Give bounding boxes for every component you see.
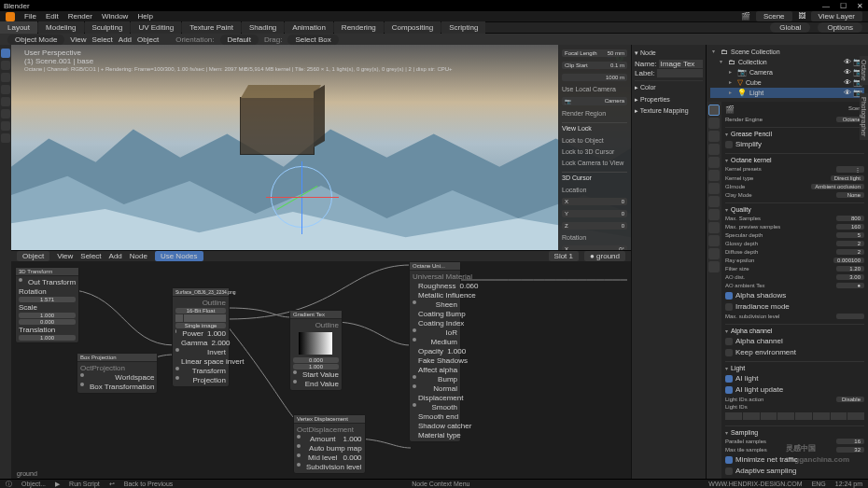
tool-annotate[interactable] [1, 121, 10, 131]
use-nodes-toggle[interactable]: Use Nodes [155, 251, 203, 261]
win-close-button[interactable]: ✕ [855, 2, 864, 10]
tab-compositing[interactable]: Compositing [385, 21, 441, 34]
nmenu-select[interactable]: Select [80, 252, 101, 260]
ailight-check[interactable]: AI light [725, 373, 864, 383]
proptab-output[interactable] [708, 118, 720, 129]
outliner-camera[interactable]: ▸📷Camera👁📷 [710, 67, 864, 77]
tool-rotate[interactable] [1, 85, 10, 94]
drag-selector[interactable]: Select Box [287, 35, 338, 45]
grease-pencil-section[interactable]: Grease Pencil [725, 130, 864, 138]
lock-object[interactable]: Lock to Object [562, 136, 627, 145]
tool-scale[interactable] [1, 97, 10, 106]
nmenu-add[interactable]: Add [109, 252, 122, 260]
cube-object[interactable] [240, 97, 315, 155]
tab-scripting[interactable]: Scripting [441, 21, 485, 34]
ao-tex[interactable]: ● [836, 283, 864, 288]
xform-rz-slider[interactable]: 0.000 [19, 319, 76, 325]
irradiance-check[interactable]: Irradiance mode [725, 301, 864, 312]
clay-mode[interactable]: None [836, 192, 864, 198]
tool-measure[interactable] [1, 133, 10, 143]
outliner-light[interactable]: ▸💡Light👁📷 [710, 88, 864, 98]
light-section[interactable]: Light [725, 364, 864, 372]
xform-scale-slider[interactable]: 1.000 [19, 313, 76, 318]
nmenu-view[interactable]: View [57, 252, 73, 260]
vmenu-add[interactable]: Add [119, 35, 132, 44]
lock-cursor[interactable]: Lock to 3D Cursor [562, 147, 627, 156]
nodeside-texmap[interactable]: ▸ Texture Mapping [635, 105, 703, 117]
cursor-y[interactable]: 0 [622, 211, 624, 216]
glossy-depth[interactable]: 2 [836, 241, 864, 246]
max-samples[interactable]: 800 [836, 216, 864, 221]
outliner-cube[interactable]: ▸▽Cube👁📷 [710, 77, 864, 88]
nodeside-header[interactable]: ▾ Node [635, 48, 703, 59]
nodeside-label-input[interactable] [657, 69, 703, 77]
max-tile-samples[interactable]: 32 [836, 447, 864, 453]
keep-env-check[interactable]: Keep environment [725, 347, 864, 357]
proptab-material[interactable] [708, 248, 720, 259]
menu-file[interactable]: File [24, 12, 36, 21]
node-image-texture[interactable]: Surface_OBJ6_23_2234.png Outline 16-Bit … [172, 287, 230, 387]
adaptive-check[interactable]: Adaptive sampling [725, 466, 864, 476]
menu-window[interactable]: Window [102, 12, 128, 21]
win-max-button[interactable]: ☐ [838, 2, 847, 10]
proptab-constraints[interactable] [708, 222, 720, 233]
nodeside-props[interactable]: ▸ Properties [635, 94, 703, 105]
xform-tr-slider[interactable]: 1.000 [19, 335, 76, 341]
nodeside-color[interactable]: ▸ Color [635, 80, 703, 94]
node-box-projection[interactable]: Box Projection OctProjection Worldspace … [77, 353, 158, 394]
node-object-mode[interactable]: Object [17, 251, 49, 261]
img-browse-icon[interactable] [175, 314, 183, 322]
focal-value[interactable]: 50 mm [608, 50, 624, 56]
alpha-shadows-check[interactable]: Alpha shadows [725, 290, 864, 300]
node-3d-transform[interactable]: 3D Transform Out Transform Rotation 1.57… [15, 267, 79, 343]
vis-icon[interactable]: 👁 [844, 57, 851, 67]
alpha-section[interactable]: Alpha channel [725, 327, 864, 335]
vtab-photographer[interactable]: Photographer [860, 93, 868, 140]
vmenu-object[interactable]: Object [137, 35, 159, 44]
quality-section[interactable]: Quality [725, 205, 864, 214]
tab-animation[interactable]: Animation [285, 21, 333, 34]
proptab-scene[interactable] [708, 144, 720, 155]
node-universal-material[interactable]: Octane Uni... Universal Material Roughne… [409, 261, 461, 442]
cursor-z[interactable]: 0 [622, 223, 624, 229]
node-vertex-displacement[interactable]: Vertex Displacement OctDisplacement Amou… [293, 414, 366, 474]
menu-edit[interactable]: Edit [46, 12, 59, 21]
orientation-selector[interactable]: Default [220, 35, 259, 45]
lock-camera[interactable]: Lock Camera to View [562, 159, 627, 167]
proptab-texture[interactable] [708, 261, 720, 272]
nodeside-name-input[interactable]: Image Tex [659, 60, 703, 68]
alpha-ch-check[interactable]: Alpha channel [725, 336, 864, 346]
cursor-header[interactable]: 3D Cursor [562, 172, 627, 183]
tab-sculpting[interactable]: Sculpting [85, 21, 131, 34]
tab-shading[interactable]: Shading [242, 21, 284, 34]
tool-cursor[interactable] [1, 61, 10, 70]
proptab-physics[interactable] [708, 209, 720, 220]
ailight-upd-check[interactable]: AI light update [725, 384, 864, 395]
viewlock-header[interactable]: View Lock [562, 122, 627, 133]
node-editor[interactable]: 3D Transform Out Transform Rotation 1.57… [11, 261, 631, 479]
parallel-samples[interactable]: 16 [836, 439, 864, 444]
proptab-data[interactable] [708, 235, 720, 246]
clip-start[interactable]: 0.1 m [610, 63, 624, 68]
sampling-section[interactable]: Sampling [725, 428, 864, 437]
max-preview[interactable]: 160 [836, 224, 864, 230]
proptab-particles[interactable] [708, 196, 720, 207]
cursor-rx[interactable]: 0° [619, 246, 624, 250]
material-selector[interactable]: ● ground [584, 251, 625, 261]
vtab-octane[interactable]: Octane [860, 56, 868, 85]
proptab-render[interactable] [708, 105, 720, 116]
nmenu-node[interactable]: Node [130, 252, 147, 260]
max-subdiv[interactable] [836, 314, 864, 319]
win-min-button[interactable]: — [821, 2, 831, 10]
tab-texturepaint[interactable]: Texture Paint [182, 21, 241, 34]
min-net-check[interactable]: Minimize net traffic [725, 454, 864, 465]
menu-render[interactable]: Render [68, 12, 92, 21]
specular-depth[interactable]: 5 [836, 232, 864, 238]
scene-selector[interactable]: Scene [756, 11, 792, 21]
transform-gizmo[interactable] [271, 166, 332, 228]
diffuse-depth[interactable]: 2 [836, 249, 864, 255]
light-id-toggles[interactable] [725, 412, 864, 420]
imgtex-mode[interactable]: Single image [175, 323, 226, 328]
octane-kernel-section[interactable]: Octane kernel [725, 156, 864, 164]
gi-mode[interactable]: Ambient occlusion [811, 184, 864, 189]
